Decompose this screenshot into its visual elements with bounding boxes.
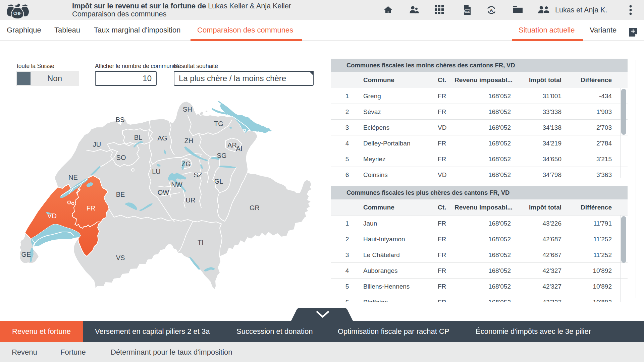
svg-text:VD: VD (47, 212, 57, 220)
svg-text:GR: GR (250, 204, 260, 212)
svg-text:GL: GL (214, 178, 223, 185)
svg-text:SG: SG (217, 152, 227, 159)
svg-text:FR: FR (87, 204, 96, 212)
svg-text:SO: SO (116, 154, 126, 161)
svg-text:OW: OW (158, 189, 169, 196)
svg-text:BL: BL (134, 134, 142, 141)
svg-text:TI: TI (198, 239, 204, 246)
svg-text:AG: AG (158, 134, 167, 142)
svg-text:NE: NE (68, 174, 78, 181)
svg-text:SH: SH (183, 106, 192, 113)
svg-text:SZ: SZ (194, 171, 202, 179)
svg-text:BS: BS (116, 116, 125, 123)
svg-text:LU: LU (152, 168, 161, 175)
svg-text:JU: JU (93, 141, 101, 148)
svg-text:ZH: ZH (184, 137, 194, 144)
svg-text:ZG: ZG (181, 160, 191, 168)
svg-text:AI: AI (236, 145, 243, 152)
svg-text:VS: VS (116, 254, 125, 261)
svg-text:BE: BE (116, 191, 125, 198)
svg-text:AR: AR (227, 141, 237, 149)
svg-text:GE: GE (21, 251, 31, 258)
svg-text:UR: UR (186, 196, 196, 204)
svg-text:NW: NW (171, 181, 182, 188)
svg-text:TG: TG (214, 120, 223, 127)
